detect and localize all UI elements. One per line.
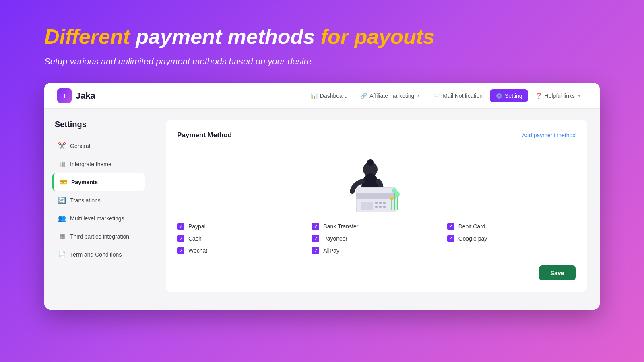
mail-icon: ✉️: [433, 93, 440, 99]
payment-method-alipay: ✓ AliPay: [312, 247, 440, 254]
svg-point-7: [379, 202, 382, 204]
payoneer-checkbox[interactable]: ✓: [312, 235, 319, 242]
payment-card: Payment Method Add payment method: [166, 120, 587, 292]
svg-rect-5: [361, 202, 373, 210]
payment-method-payoneer: ✓ Payoneer: [312, 235, 440, 242]
illustration-area: [177, 147, 576, 212]
sidebar-menu: ✂️ General ▦ Intergrate theme 💳 Payments…: [52, 137, 145, 263]
paypal-checkbox[interactable]: ✓: [177, 223, 184, 230]
svg-point-10: [379, 206, 382, 208]
cash-checkbox[interactable]: ✓: [177, 235, 184, 242]
debit-card-checkbox[interactable]: ✓: [447, 223, 454, 230]
thirdparties-icon: ▦: [58, 232, 66, 240]
svg-point-1: [367, 159, 374, 166]
payment-methods-grid: ✓ Paypal ✓ Bank Transfer ✓: [177, 223, 576, 254]
svg-point-11: [383, 206, 386, 208]
payment-method-bank-transfer: ✓ Bank Transfer: [312, 223, 440, 230]
add-payment-link[interactable]: Add payment method: [522, 132, 576, 138]
hero-title-part3: for payouts: [321, 25, 435, 48]
nav-helpful[interactable]: ❓ Helpful links ▼: [530, 89, 587, 102]
helpful-dropdown-arrow: ▼: [577, 93, 581, 98]
terms-icon: 📄: [58, 251, 66, 258]
payment-method-cash: ✓ Cash: [177, 235, 305, 242]
payment-title: Payment Method: [177, 131, 232, 139]
hero-title-part2: payment methods: [136, 25, 320, 48]
nav-menu: 📊 Dashboard 🔗 Affiliate marketing ▼ ✉️ M…: [305, 89, 587, 102]
payment-method-debit-card: ✓ Debit Card: [447, 223, 576, 230]
nav-setting[interactable]: ⚙️ Setting: [490, 89, 528, 102]
multilevel-icon: 👥: [58, 214, 66, 222]
helpful-icon: ❓: [535, 93, 542, 99]
setting-icon: ⚙️: [495, 93, 502, 99]
hero-subtitle: Setup various and unlimited payment meth…: [44, 56, 600, 67]
hero-title: Different payment methods for payouts: [44, 24, 600, 49]
app-window: i Jaka 📊 Dashboard 🔗 Affiliate marketing…: [44, 83, 600, 310]
logo-icon: i: [57, 88, 72, 103]
alipay-checkbox[interactable]: ✓: [312, 247, 319, 254]
svg-point-9: [375, 206, 378, 208]
payment-method-wechat: ✓ Wechat: [177, 247, 305, 254]
app-content: Settings ✂️ General ▦ Intergrate theme 💳…: [44, 109, 600, 310]
bank-transfer-checkbox[interactable]: ✓: [312, 223, 319, 230]
app-header: i Jaka 📊 Dashboard 🔗 Affiliate marketing…: [44, 83, 600, 109]
general-icon: ✂️: [58, 142, 66, 150]
settings-title: Settings: [52, 120, 145, 129]
svg-point-8: [383, 202, 386, 204]
payment-method-paypal: ✓ Paypal: [177, 223, 305, 230]
affiliate-dropdown-arrow: ▼: [417, 93, 421, 98]
sidebar-item-translations[interactable]: 🔄 Translations: [52, 191, 145, 209]
hero-title-part1: Different: [44, 25, 130, 48]
logo-area: i Jaka: [57, 88, 95, 103]
svg-point-6: [375, 202, 378, 204]
translations-icon: 🔄: [58, 196, 66, 204]
dashboard-icon: 📊: [311, 93, 318, 99]
sidebar-item-thirdparties[interactable]: ▦ Third parties integration: [52, 228, 145, 245]
nav-mail[interactable]: ✉️ Mail Notification: [428, 89, 488, 102]
logo-text: Jaka: [76, 90, 95, 101]
sidebar-item-multilevel[interactable]: 👥 Multi level marketings: [52, 210, 145, 227]
sidebar-item-integrate[interactable]: ▦ Intergrate theme: [52, 155, 145, 173]
sidebar-item-terms[interactable]: 📄 Term and Conditions: [52, 246, 145, 263]
payment-illustration: [332, 147, 421, 212]
svg-point-17: [390, 197, 393, 200]
payments-icon: 💳: [59, 178, 67, 186]
google-pay-checkbox[interactable]: ✓: [447, 235, 454, 242]
sidebar: Settings ✂️ General ▦ Intergrate theme 💳…: [44, 109, 153, 310]
wechat-checkbox[interactable]: ✓: [177, 247, 184, 254]
affiliate-icon: 🔗: [360, 93, 367, 99]
save-button[interactable]: Save: [539, 265, 576, 280]
sidebar-item-general[interactable]: ✂️ General: [52, 137, 145, 154]
main-content: Payment Method Add payment method: [153, 109, 600, 310]
svg-point-15: [396, 191, 400, 197]
payment-method-google-pay: ✓ Google pay: [447, 235, 576, 242]
payment-header: Payment Method Add payment method: [177, 131, 576, 139]
sidebar-item-payments[interactable]: 💳 Payments: [52, 173, 145, 191]
hero-section: Different payment methods for payouts Se…: [0, 0, 644, 83]
save-btn-row: Save: [177, 265, 576, 280]
integrate-icon: ▦: [58, 160, 66, 168]
nav-affiliate[interactable]: 🔗 Affiliate marketing ▼: [355, 89, 426, 102]
svg-point-13: [392, 188, 397, 193]
nav-dashboard[interactable]: 📊 Dashboard: [305, 89, 353, 102]
